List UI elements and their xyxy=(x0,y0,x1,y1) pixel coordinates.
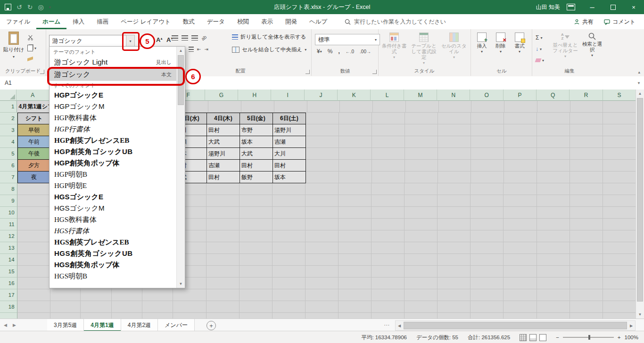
cell-S1[interactable] xyxy=(603,101,636,113)
cell-N1[interactable] xyxy=(439,101,472,113)
ribbon-tab-0[interactable]: ファイル xyxy=(0,14,36,29)
copy-button[interactable]: ▾ xyxy=(27,45,36,51)
column-header-N[interactable]: N xyxy=(437,90,470,101)
cell-K4[interactable] xyxy=(339,136,372,148)
cell-S18[interactable] xyxy=(603,301,636,313)
cell-O4[interactable] xyxy=(471,136,504,148)
row-header-1[interactable]: 1 xyxy=(0,101,17,113)
row-header-19[interactable] xyxy=(0,313,17,318)
format-as-table-button[interactable]: テーブルとして書式設定▾ xyxy=(409,33,438,65)
qat-customize-icon[interactable]: ▾ xyxy=(49,5,51,9)
column-header-L[interactable]: L xyxy=(371,90,404,101)
cell-S13[interactable] xyxy=(603,242,636,254)
cell-L2[interactable] xyxy=(372,113,405,124)
cell-K18[interactable] xyxy=(339,301,372,313)
cell-J18[interactable] xyxy=(305,301,339,313)
zoom-level[interactable]: 100% xyxy=(625,335,638,340)
normal-view-icon[interactable] xyxy=(520,334,527,341)
cell-J19[interactable] xyxy=(305,313,339,318)
cell-M14[interactable] xyxy=(405,254,438,266)
cell-styles-button[interactable]: セルのスタイル▾ xyxy=(440,33,468,59)
cell-O14[interactable] xyxy=(471,254,504,266)
row-header-12[interactable]: 12 xyxy=(0,230,17,242)
cell-L8[interactable] xyxy=(372,183,405,195)
cell-A12[interactable] xyxy=(17,230,50,242)
cell-R11[interactable] xyxy=(570,219,603,230)
cell-B17[interactable] xyxy=(50,289,81,301)
new-sheet-button[interactable]: + xyxy=(206,321,216,330)
cell-M11[interactable] xyxy=(405,219,438,230)
align-bottom-icon[interactable] xyxy=(191,35,198,41)
row-header-5[interactable]: 5 xyxy=(0,148,17,160)
cell-R7[interactable] xyxy=(570,172,603,183)
cell-N17[interactable] xyxy=(438,289,471,301)
cell-H11[interactable] xyxy=(239,219,272,230)
insert-cells-button[interactable]: 挿入▾ xyxy=(473,33,490,54)
tabbar-resize-handle[interactable]: ⋯ xyxy=(384,319,389,331)
cell-G19[interactable] xyxy=(206,313,239,318)
cell-R12[interactable] xyxy=(570,230,603,242)
cell-P2[interactable] xyxy=(504,113,537,124)
cell-L11[interactable] xyxy=(372,219,405,230)
clipboard-dialog-launcher[interactable] xyxy=(40,70,44,74)
cell-N4[interactable] xyxy=(438,136,471,148)
cell-O19[interactable] xyxy=(471,313,504,318)
cell-M13[interactable] xyxy=(405,242,438,254)
increase-indent-icon[interactable]: ⇥ xyxy=(204,47,208,52)
cell-G15[interactable] xyxy=(206,266,239,278)
cell-A4[interactable]: 午前 xyxy=(17,136,51,148)
fill-button[interactable]: ↓▾ xyxy=(536,45,542,53)
cell-I4[interactable]: 吉瀬 xyxy=(273,136,306,148)
cell-P1[interactable] xyxy=(504,101,537,113)
cell-A18[interactable] xyxy=(17,301,50,313)
cell-I2[interactable]: 6日(土) xyxy=(273,113,306,124)
column-header-G[interactable]: G xyxy=(205,90,238,101)
cell-A5[interactable]: 午後 xyxy=(17,148,51,160)
cell-R1[interactable] xyxy=(570,101,603,113)
cell-A7[interactable]: 夜 xyxy=(17,172,51,183)
row-header-15[interactable]: 15 xyxy=(0,266,17,278)
cell-J6[interactable] xyxy=(306,160,339,172)
cell-I18[interactable] xyxy=(272,301,305,313)
cell-N16[interactable] xyxy=(438,278,471,289)
cell-I16[interactable] xyxy=(272,278,305,289)
cell-M6[interactable] xyxy=(405,160,438,172)
cell-G2[interactable]: 4日(木) xyxy=(207,113,240,124)
cell-A3[interactable]: 早朝 xyxy=(17,124,51,136)
decrease-decimal-icon[interactable]: .00→ xyxy=(358,47,373,56)
align-right-icon[interactable] xyxy=(189,47,194,52)
cell-L15[interactable] xyxy=(372,266,405,278)
cell-Q15[interactable] xyxy=(537,266,570,278)
cell-P16[interactable] xyxy=(504,278,537,289)
cell-S14[interactable] xyxy=(603,254,636,266)
cell-G1[interactable] xyxy=(208,101,241,113)
cell-O16[interactable] xyxy=(471,278,504,289)
cell-G14[interactable] xyxy=(206,254,239,266)
cell-G10[interactable] xyxy=(206,207,239,219)
cell-K2[interactable] xyxy=(339,113,372,124)
cell-K17[interactable] xyxy=(339,289,372,301)
cell-M4[interactable] xyxy=(405,136,438,148)
format-painter-button[interactable] xyxy=(27,56,33,62)
cell-Q2[interactable] xyxy=(537,113,570,124)
merge-center-button[interactable]: セルを結合して中央揃え ▾ xyxy=(232,46,306,53)
cell-M9[interactable] xyxy=(405,195,438,207)
cell-Q11[interactable] xyxy=(537,219,570,230)
cell-R16[interactable] xyxy=(570,278,603,289)
comment-button[interactable]: コメント xyxy=(599,16,640,28)
cell-O5[interactable] xyxy=(471,148,504,160)
font-item-2[interactable]: HGP教科書体 xyxy=(50,112,176,123)
cell-Q17[interactable] xyxy=(537,289,570,301)
cell-Q3[interactable] xyxy=(537,124,570,136)
cell-M19[interactable] xyxy=(405,313,438,318)
cell-J16[interactable] xyxy=(305,278,339,289)
ribbon-tab-7[interactable]: 校閲 xyxy=(231,14,255,29)
cell-H17[interactable] xyxy=(239,289,272,301)
cell-S16[interactable] xyxy=(603,278,636,289)
font-item-15[interactable]: HGS創英角ポップ体 xyxy=(50,259,176,270)
cell-L9[interactable] xyxy=(372,195,405,207)
font-item-6[interactable]: HGP創英角ポップ体 xyxy=(50,157,176,169)
increase-decimal-icon[interactable]: ←.0 xyxy=(344,47,356,56)
cell-A1[interactable]: 4月第1週シフト表 xyxy=(17,101,53,113)
cell-B18[interactable] xyxy=(50,301,81,313)
